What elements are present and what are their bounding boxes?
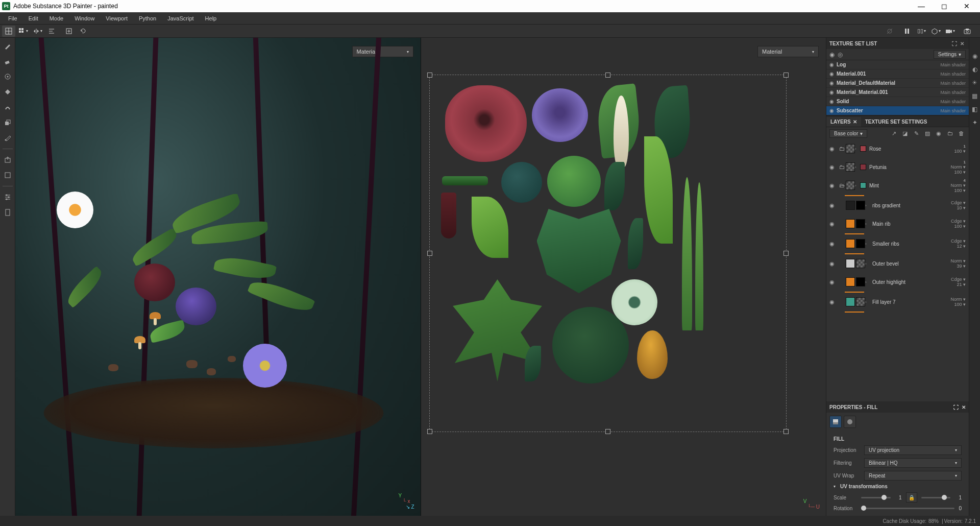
uv-frame[interactable] (429, 75, 787, 432)
resize-handle[interactable] (427, 251, 432, 256)
maximize-panel-icon[interactable]: ⛶ (950, 41, 959, 46)
resize-handle[interactable] (605, 73, 610, 78)
folder-icon[interactable]: 🗀 (838, 146, 846, 152)
layer-blend[interactable]: Norm ▾ (938, 258, 966, 264)
eye-icon[interactable]: ◉ (829, 221, 838, 227)
menu-python[interactable]: Python (134, 14, 161, 23)
viewport-2d[interactable]: Material ▾ (421, 38, 826, 516)
export-tool[interactable] (2, 154, 14, 166)
expand-icon[interactable]: › (865, 203, 870, 208)
toolbar-render-button[interactable]: ▾ (929, 26, 942, 37)
projection-tool[interactable] (2, 70, 14, 83)
material-picker-tool[interactable] (2, 132, 14, 144)
folder-icon[interactable]: 🗁 (838, 182, 846, 188)
texture-set-row[interactable]: ◉Material.001Main shader (826, 69, 969, 79)
panel-toggle-2[interactable]: ◐ (971, 65, 979, 74)
layer-opacity[interactable]: 39 ▾ (938, 264, 966, 269)
panel-toggle-6[interactable]: ✦ (971, 118, 979, 127)
expand-icon[interactable]: › (865, 280, 870, 284)
toolbar-align-button[interactable] (45, 26, 58, 37)
toolbar-camera-button[interactable]: ▾ (943, 26, 957, 37)
projection-select[interactable]: UV projection ▾ (864, 445, 962, 455)
layer-row[interactable]: ◉ › Fill layer 7 Norm ▾ 100 ▾ (826, 293, 969, 311)
menu-mode[interactable]: Mode (44, 14, 69, 23)
add-folder-button[interactable]: 🗀 (945, 129, 954, 138)
uvwrap-select[interactable]: Repeat ▾ (864, 471, 962, 481)
channel-dropdown[interactable]: Base color ▾ (829, 129, 867, 138)
eye-icon[interactable]: ◉ (829, 241, 838, 247)
panel-toggle-3[interactable]: ☀ (971, 79, 979, 87)
menu-viewport[interactable]: Viewport (101, 14, 133, 23)
scale-slider-x[interactable] (861, 497, 891, 498)
eye-icon[interactable]: ◉ (829, 202, 838, 209)
pick-button[interactable]: ↗ (889, 129, 898, 138)
lock-button[interactable]: 🔒 (906, 492, 917, 503)
properties-tab-fill[interactable] (829, 416, 842, 428)
viewport-2d-material-dropdown[interactable]: Material ▾ (757, 46, 819, 57)
toolbar-pause-button[interactable] (900, 26, 914, 37)
menu-edit[interactable]: Edit (23, 14, 43, 23)
eye-icon[interactable]: ◉ (829, 164, 838, 171)
brush-tool[interactable] (2, 40, 14, 52)
menu-file[interactable]: File (3, 14, 22, 23)
texture-set-row[interactable]: ◉SolidMain shader (826, 97, 969, 106)
panel-toggle-4[interactable]: ▦ (971, 92, 979, 100)
eye-icon[interactable]: ◉ (829, 182, 838, 189)
layer-opacity[interactable]: 10 ▾ (938, 205, 966, 210)
clone-tool[interactable] (2, 116, 14, 129)
eye-icon[interactable]: ◉ (829, 108, 837, 113)
layer-row[interactable]: ◉ › Main rib Cdge ▾ 100 ▾ (826, 214, 969, 233)
eye-icon[interactable]: ◉ (829, 80, 837, 86)
settings-tool[interactable] (2, 191, 14, 203)
rotation-slider[interactable] (861, 508, 954, 509)
maximize-button[interactable]: ◻ (937, 2, 951, 10)
eraser-tool[interactable] (2, 55, 14, 67)
close-icon[interactable]: ✕ (853, 119, 857, 125)
close-panel-icon[interactable]: ✕ (962, 404, 966, 410)
expand-icon[interactable]: › (865, 242, 870, 246)
layer-opacity[interactable]: 12 ▾ (938, 244, 966, 249)
layer-blend[interactable]: Cdge ▾ (938, 238, 966, 244)
layer-blend[interactable]: Norm ▾ (938, 164, 966, 170)
layer-opacity[interactable]: 100 ▾ (938, 224, 966, 229)
toolbar-bake-button[interactable]: ▯▯▾ (915, 26, 928, 37)
eye-icon[interactable]: ◉ (829, 146, 838, 152)
smudge-tool[interactable] (2, 101, 14, 113)
add-effect-button[interactable]: ◪ (900, 129, 910, 138)
layer-blend[interactable]: Cdge ▾ (938, 219, 966, 224)
layer-tool-2[interactable] (2, 169, 14, 181)
texture-set-row[interactable]: ◉Material_Material.001Main shader (826, 88, 969, 97)
toolbar-screenshot-button[interactable] (961, 26, 974, 37)
folder-icon[interactable]: 🗀 (838, 164, 846, 170)
layer-opacity[interactable]: 100 ▾ (938, 302, 966, 307)
eye-icon[interactable]: ◉ (829, 99, 837, 104)
menu-window[interactable]: Window (69, 14, 100, 23)
eye-outline-icon[interactable]: ◎ (838, 51, 843, 58)
maximize-panel-icon[interactable]: ⛶ (953, 404, 959, 410)
menu-help[interactable]: Help (200, 14, 222, 23)
layer-row[interactable]: ◉ 🗀 › Rose 1 100 ▾ (826, 139, 969, 158)
brush-button[interactable]: ✎ (912, 129, 921, 138)
eye-icon[interactable]: ◉ (829, 89, 837, 95)
resize-handle[interactable] (783, 429, 789, 434)
tsl-settings-dropdown[interactable]: Settings ▾ (934, 50, 966, 59)
texture-set-row[interactable]: ◉Material_DefaultMaterialMain shader (826, 79, 969, 88)
panel-toggle-1[interactable]: ◉ (971, 52, 979, 60)
layer-blend[interactable]: Cdge ▾ (938, 200, 966, 205)
collapse-icon[interactable]: ▾ (834, 484, 836, 489)
viewport-3d[interactable]: Material ▾ (15, 38, 421, 516)
toolbar-grid1-button[interactable] (2, 26, 15, 37)
layer-opacity[interactable]: 100 ▾ (938, 170, 966, 175)
expand-icon[interactable]: › (855, 165, 860, 170)
eye-icon[interactable]: ◉ (829, 71, 837, 77)
toolbar-add-button[interactable] (62, 26, 76, 37)
layer-row[interactable]: ◉ › Smaller ribs Cdge ▾ 12 ▾ (826, 234, 969, 253)
scale-slider-y[interactable] (921, 497, 951, 498)
resize-handle[interactable] (783, 251, 789, 256)
toolbar-grid2-button[interactable]: ▾ (16, 26, 30, 37)
expand-icon[interactable]: › (865, 300, 870, 304)
eye-icon[interactable]: ◉ (829, 51, 835, 58)
expand-icon[interactable]: › (865, 222, 870, 226)
close-panel-icon[interactable]: ✕ (959, 41, 966, 46)
eye-icon[interactable]: ◉ (829, 279, 838, 285)
